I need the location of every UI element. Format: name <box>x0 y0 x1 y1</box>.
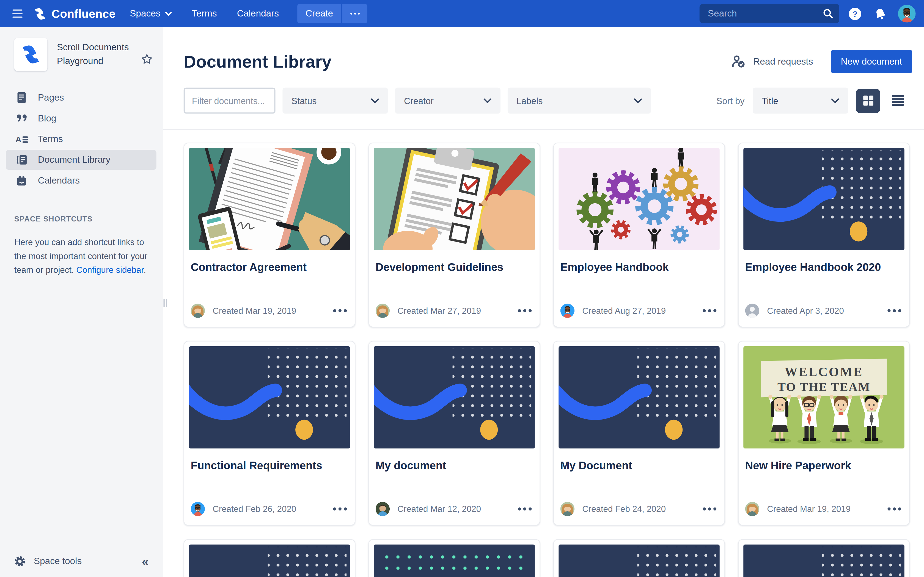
document-card[interactable]: My document Created Mar 12, 2020 <box>368 341 540 525</box>
card-menu-button[interactable] <box>332 306 348 316</box>
card-title: Employee Handbook <box>561 261 718 275</box>
created-date: Created Apr 3, 2020 <box>767 306 844 316</box>
menu-icon[interactable] <box>7 3 27 24</box>
card-menu-button[interactable] <box>332 504 348 514</box>
sidebar-item-terms[interactable]: A Terms <box>6 129 157 149</box>
space-shortcuts-text: Here you can add shortcut links to the m… <box>14 235 148 277</box>
chevron-down-icon <box>476 98 492 103</box>
space-shortcuts: SPACE SHORTCUTS Here you can add shortcu… <box>0 215 163 277</box>
space-tools-label[interactable]: Space tools <box>34 556 82 566</box>
grid-view-button[interactable] <box>856 89 880 113</box>
nav-link-spaces[interactable]: Spaces <box>130 8 171 19</box>
space-logo[interactable] <box>14 38 48 71</box>
sidebar-footer: Space tools « <box>0 545 163 577</box>
help-icon: ? <box>848 7 862 21</box>
document-card[interactable]: Contractor Agreement Created Mar 19, 201… <box>184 143 355 327</box>
user-avatar[interactable] <box>898 5 916 23</box>
confluence-logo[interactable]: Confluence <box>33 7 116 21</box>
card-thumbnail-welcome-team <box>743 346 905 449</box>
search-input[interactable] <box>707 8 823 19</box>
card-menu-icon <box>517 308 532 313</box>
document-card[interactable]: New Hire Paperwork Created Mar 19, 2019 <box>738 341 910 525</box>
card-thumbnail-abstract-navy <box>189 545 350 577</box>
status-dropdown[interactable]: Status <box>283 88 388 114</box>
space-shortcuts-header: SPACE SHORTCUTS <box>14 215 148 223</box>
creator-avatar <box>376 304 390 318</box>
card-thumbnail-abstract-navy <box>559 346 720 449</box>
card-thumbnail-checklist <box>374 148 535 250</box>
creator-avatar <box>561 304 575 318</box>
document-card[interactable] <box>738 539 910 577</box>
star-icon <box>140 53 153 66</box>
card-menu-button[interactable] <box>886 504 903 514</box>
read-requests-button[interactable]: Read requests <box>732 55 813 68</box>
document-card[interactable]: Employee Handbook Created Aug 27, 2019 <box>553 143 725 327</box>
filter-bar: Status Creator Labels Sort by Title <box>163 88 924 130</box>
list-view-button[interactable] <box>885 89 910 113</box>
card-menu-icon <box>517 507 532 511</box>
search-icon[interactable] <box>823 8 834 19</box>
space-logo-icon <box>20 44 42 65</box>
chevron-down-icon <box>627 98 642 103</box>
sidebar-item-document-library[interactable]: Document Library <box>6 150 157 170</box>
sidebar-menu: Pages Blog <box>0 87 163 191</box>
created-date: Created Feb 26, 2020 <box>213 504 296 514</box>
svg-text:?: ? <box>852 9 857 18</box>
creator-avatar <box>745 502 759 516</box>
card-menu-button[interactable] <box>886 306 903 316</box>
creator-avatar <box>745 304 759 318</box>
card-menu-button[interactable] <box>701 504 718 514</box>
sidebar-item-pages[interactable]: Pages <box>6 88 157 108</box>
document-library-icon <box>15 154 28 166</box>
card-menu-icon <box>887 507 901 511</box>
sort-dropdown[interactable]: Title <box>753 88 848 114</box>
card-thumbnail-abstract-navy-teal <box>374 545 535 577</box>
terms-icon: A <box>15 134 28 144</box>
help-button[interactable]: ? <box>845 3 864 24</box>
card-menu-button[interactable] <box>701 306 718 316</box>
filter-documents-input[interactable] <box>184 88 276 114</box>
grid-view-icon <box>863 95 873 106</box>
notifications-button[interactable] <box>870 3 890 24</box>
star-space-button[interactable] <box>140 47 153 71</box>
space-name: Scroll Documents Playground <box>57 40 129 71</box>
blog-icon <box>15 113 28 124</box>
nav-right-cluster: ? <box>699 3 916 24</box>
document-card[interactable] <box>184 539 355 577</box>
creator-avatar <box>191 502 205 516</box>
document-card[interactable]: Employee Handbook 2020 Created Apr 3, 20… <box>738 143 910 327</box>
card-thumbnail-gears-people <box>559 148 720 250</box>
collapse-sidebar-button[interactable]: « <box>142 555 149 567</box>
created-date: Created Mar 19, 2019 <box>213 306 296 316</box>
document-card[interactable]: Development Guidelines Created Mar 27, 2… <box>368 143 540 327</box>
sidebar-item-calendars[interactable]: Calendars <box>6 170 157 190</box>
create-button[interactable]: Create <box>297 4 342 23</box>
labels-dropdown[interactable]: Labels <box>508 88 651 114</box>
document-card[interactable] <box>368 539 540 577</box>
new-document-button[interactable]: New document <box>831 50 912 73</box>
card-menu-button[interactable] <box>517 306 533 316</box>
configure-sidebar-link[interactable]: Configure sidebar <box>76 265 144 274</box>
card-menu-icon <box>333 507 347 511</box>
card-title: My document <box>376 459 533 473</box>
document-card[interactable]: My Document Created Feb 24, 2020 <box>553 341 725 525</box>
document-card[interactable] <box>553 539 725 577</box>
space-header: Scroll Documents Playground <box>0 27 163 71</box>
creator-dropdown[interactable]: Creator <box>395 88 501 114</box>
card-menu-icon <box>333 308 347 313</box>
page-title: Document Library <box>184 52 332 71</box>
creator-avatar <box>376 502 390 516</box>
created-date: Created Mar 27, 2019 <box>397 306 481 316</box>
nav-link-terms[interactable]: Terms <box>192 8 217 19</box>
card-menu-button[interactable] <box>517 504 533 514</box>
nav-more-button[interactable] <box>342 4 367 23</box>
document-card[interactable]: Functional Requirements Created Feb 26, … <box>184 341 355 525</box>
nav-link-calendars[interactable]: Calendars <box>237 8 279 19</box>
sidebar-item-blog[interactable]: Blog <box>6 108 157 128</box>
sidebar-resize-handle[interactable] <box>163 299 167 307</box>
page-header: Document Library Read requests New docum… <box>184 48 912 75</box>
confluence-logo-text: Confluence <box>52 7 115 21</box>
nav-links: Spaces Terms Calendars <box>130 8 279 19</box>
created-date: Created Feb 24, 2020 <box>582 504 666 514</box>
nav-search-box <box>699 4 839 23</box>
